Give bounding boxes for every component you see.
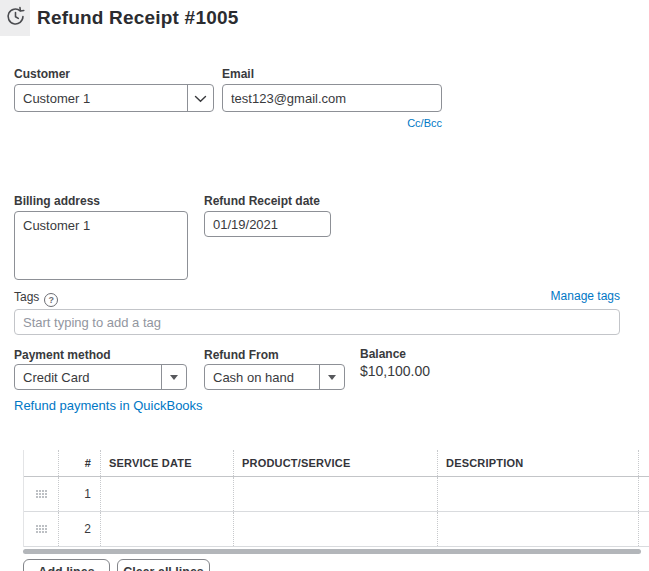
triangle-down-icon (170, 375, 178, 380)
chevron-down-icon (194, 89, 207, 107)
tags-help-icon[interactable]: ? (44, 293, 58, 307)
header-description: DESCRIPTION (438, 450, 639, 476)
clear-all-lines-button[interactable]: Clear all lines (117, 559, 210, 571)
add-lines-button[interactable]: Add lines (23, 559, 110, 571)
balance-value: $10,100.00 (360, 363, 430, 379)
stub-cell (639, 512, 649, 546)
payment-method-label: Payment method (14, 348, 111, 362)
customer-select[interactable] (14, 84, 214, 112)
tags-label: Tags? (14, 290, 58, 307)
service-date-cell[interactable] (101, 477, 234, 511)
balance-label: Balance (360, 347, 406, 361)
product-service-cell[interactable] (234, 512, 438, 546)
header-product-service: PRODUCT/SERVICE (234, 450, 438, 476)
billing-address-label: Billing address (14, 194, 100, 208)
line-items-table: # SERVICE DATE PRODUCT/SERVICE DESCRIPTI… (23, 450, 649, 547)
refund-from-select[interactable] (204, 364, 345, 390)
table-row: 1 (24, 477, 649, 512)
description-cell[interactable] (438, 477, 639, 511)
manage-tags-link[interactable]: Manage tags (551, 289, 620, 303)
row-handle-cell (24, 512, 59, 546)
service-date-cell[interactable] (101, 512, 234, 546)
email-label: Email (222, 67, 254, 81)
cc-bcc-link[interactable]: Cc/Bcc (407, 117, 442, 129)
customer-dropdown-button[interactable] (187, 85, 213, 111)
customer-input[interactable] (15, 85, 187, 111)
payment-method-select[interactable] (14, 364, 187, 390)
stub-cell (639, 477, 649, 511)
drag-dots-icon[interactable] (36, 490, 38, 492)
payment-method-input[interactable] (15, 365, 161, 389)
customer-label: Customer (14, 67, 70, 81)
refund-from-label: Refund From (204, 348, 279, 362)
product-service-cell[interactable] (234, 477, 438, 511)
row-number: 1 (59, 477, 101, 511)
billing-address-field[interactable]: Customer 1 (14, 211, 188, 280)
email-field[interactable] (222, 84, 442, 112)
refund-receipt-form: Refund Receipt #1005 Customer Email Cc/B… (0, 0, 649, 571)
refund-payments-link[interactable]: Refund payments in QuickBooks (14, 398, 203, 413)
row-number: 2 (59, 512, 101, 546)
refund-from-input[interactable] (205, 365, 319, 389)
page-title: Refund Receipt #1005 (37, 7, 238, 29)
header-handle-cell (24, 450, 59, 476)
drag-dots-icon[interactable] (36, 525, 38, 527)
table-header-row: # SERVICE DATE PRODUCT/SERVICE DESCRIPTI… (24, 450, 649, 477)
triangle-down-icon (328, 375, 336, 380)
payment-method-dropdown-button[interactable] (161, 365, 186, 389)
header-stub-cell (639, 450, 649, 476)
row-handle-cell (24, 477, 59, 511)
table-row: 2 (24, 512, 649, 547)
header-service-date: SERVICE DATE (101, 450, 234, 476)
recurring-clock-icon (5, 6, 26, 31)
receipt-date-field[interactable] (204, 211, 331, 237)
receipt-date-label: Refund Receipt date (204, 194, 320, 208)
horizontal-scrollbar[interactable] (23, 549, 641, 554)
description-cell[interactable] (438, 512, 639, 546)
header-num: # (59, 450, 101, 476)
tags-input[interactable] (14, 309, 620, 335)
header-icon-strip (0, 0, 30, 36)
refund-from-dropdown-button[interactable] (319, 365, 344, 389)
